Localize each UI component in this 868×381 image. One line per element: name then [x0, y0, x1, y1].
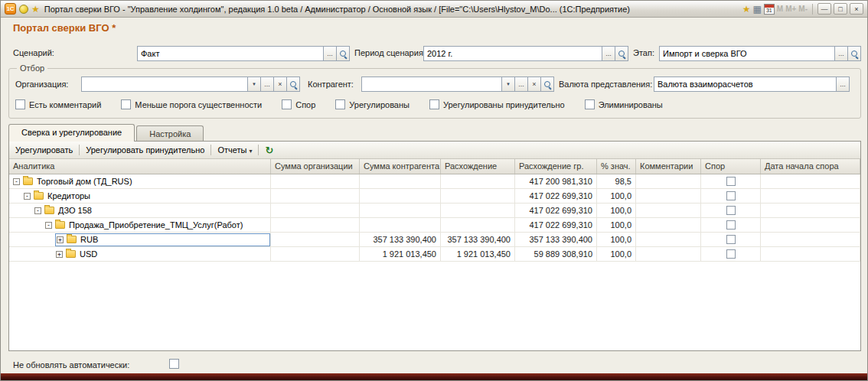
- filter-checkbox-item-2[interactable]: Спор: [282, 99, 315, 109]
- table-row[interactable]: +USD1 921 013,4501 921 013,45059 889 308…: [9, 247, 860, 262]
- cell-dispute[interactable]: [701, 204, 761, 217]
- column-header-analytics[interactable]: Аналитика: [9, 159, 271, 174]
- counterparty-input[interactable]: [361, 77, 502, 92]
- cell-pct[interactable]: 100,0: [597, 247, 636, 261]
- toolbar-reports-button[interactable]: Отчеты▾: [217, 145, 252, 155]
- tree-node[interactable]: -Продажа_Приобретение_ТМЦ_Услуг(Работ): [44, 219, 270, 232]
- cell-diff-group[interactable]: 417 022 699,310: [515, 189, 597, 203]
- minimize-button[interactable]: —: [817, 3, 831, 15]
- column-header-diff-group[interactable]: Расхождение гр.: [515, 159, 597, 174]
- counterparty-clear-button[interactable]: ×: [528, 77, 541, 92]
- column-header-sum-org[interactable]: Сумма организации: [271, 159, 360, 174]
- maximize-button[interactable]: □: [834, 3, 847, 15]
- toolbar-settle-forced-button[interactable]: Урегулировать принудительно: [86, 145, 204, 155]
- counterparty-dropdown-button[interactable]: ▼: [502, 77, 515, 92]
- cell-dispute-date[interactable]: [761, 233, 860, 246]
- table-row[interactable]: -ДЗО 158417 022 699,310100,0: [9, 204, 860, 218]
- calculator-icon[interactable]: ▦: [752, 5, 761, 14]
- memory-m-minus-button[interactable]: M-: [798, 5, 808, 13]
- dispute-checkbox[interactable]: [726, 249, 736, 259]
- cell-pct[interactable]: 100,0: [597, 218, 636, 232]
- cell-sum-org[interactable]: [271, 247, 360, 261]
- tab-settings[interactable]: Настройка: [136, 125, 204, 142]
- cell-dispute-date[interactable]: [761, 218, 860, 232]
- collapse-icon[interactable]: -: [24, 193, 31, 200]
- counterparty-ellipsis-button[interactable]: ...: [515, 77, 528, 92]
- memory-m-button[interactable]: M: [777, 5, 783, 13]
- auto-refresh-checkbox[interactable]: [169, 359, 179, 369]
- cell-sum-contr[interactable]: 357 133 390,400: [360, 233, 441, 246]
- cell-pct[interactable]: 100,0: [597, 204, 636, 217]
- scenario-search-button[interactable]: [337, 46, 350, 61]
- cell-comments[interactable]: [636, 233, 701, 246]
- cell-dispute-date[interactable]: [761, 189, 860, 203]
- column-header-sum-contr[interactable]: Сумма контрагента: [360, 159, 441, 174]
- cell-diff[interactable]: [441, 204, 515, 217]
- organization-dropdown-button[interactable]: ▼: [248, 77, 261, 92]
- cell-dispute-date[interactable]: [761, 247, 860, 261]
- filter-checkbox[interactable]: [335, 99, 345, 109]
- star-icon[interactable]: ★: [31, 5, 40, 14]
- cell-sum-org[interactable]: [271, 189, 360, 203]
- column-header-pct[interactable]: % знач.: [597, 159, 636, 174]
- refresh-button[interactable]: ↻: [265, 145, 273, 155]
- scenario-ellipsis-button[interactable]: ...: [324, 46, 337, 61]
- dispute-checkbox[interactable]: [726, 177, 736, 186]
- tree-node[interactable]: -Кредиторы: [23, 190, 270, 203]
- tree-node[interactable]: +USD: [55, 248, 270, 261]
- table-row[interactable]: -Торговый дом (ТД_RUS)417 200 981,31098,…: [9, 174, 860, 189]
- counterparty-search-button[interactable]: [541, 77, 554, 92]
- filter-checkbox-item-4[interactable]: Урегулированы принудительно: [429, 99, 565, 109]
- cell-diff[interactable]: 1 921 013,450: [441, 247, 515, 261]
- analytics-cell[interactable]: -ДЗО 158: [9, 204, 271, 217]
- analytics-cell[interactable]: -Кредиторы: [9, 189, 271, 203]
- organization-ellipsis-button[interactable]: ...: [261, 77, 274, 92]
- toolbar-settle-button[interactable]: Урегулировать: [15, 145, 73, 155]
- cell-sum-org[interactable]: [271, 174, 360, 188]
- filter-checkbox[interactable]: [121, 99, 131, 109]
- calendar-icon[interactable]: 31: [764, 4, 775, 15]
- analytics-cell[interactable]: +USD: [9, 247, 271, 261]
- filter-checkbox[interactable]: [282, 99, 292, 109]
- cell-sum-contr[interactable]: [360, 218, 441, 232]
- filter-checkbox-item-5[interactable]: Элиминированы: [585, 99, 663, 109]
- cell-sum-contr[interactable]: [360, 174, 441, 188]
- collapse-icon[interactable]: -: [45, 222, 52, 229]
- cell-diff-group[interactable]: 417 022 699,310: [515, 204, 597, 217]
- cell-diff-group[interactable]: 59 889 308,910: [515, 247, 597, 261]
- filter-checkbox[interactable]: [15, 99, 25, 109]
- cell-pct[interactable]: 100,0: [597, 233, 636, 246]
- stage-ellipsis-button[interactable]: ...: [835, 46, 848, 61]
- cell-comments[interactable]: [636, 174, 701, 188]
- favorites-icon[interactable]: ★: [742, 5, 751, 14]
- cell-dispute[interactable]: [701, 218, 761, 232]
- cell-dispute[interactable]: [701, 233, 761, 246]
- cell-sum-org[interactable]: [271, 233, 360, 246]
- period-input[interactable]: [423, 46, 602, 61]
- period-search-button[interactable]: [615, 46, 628, 61]
- filter-checkbox-item-1[interactable]: Меньше порога существенности: [121, 99, 262, 109]
- cell-sum-contr[interactable]: [360, 204, 441, 217]
- currency-ellipsis-button[interactable]: ...: [837, 77, 850, 92]
- cell-dispute[interactable]: [701, 189, 761, 203]
- cell-diff[interactable]: 357 133 390,400: [441, 233, 515, 246]
- cell-diff-group[interactable]: 417 200 981,310: [515, 174, 597, 188]
- cell-dispute-date[interactable]: [761, 204, 860, 217]
- filter-checkbox[interactable]: [429, 99, 439, 109]
- analytics-cell[interactable]: -Продажа_Приобретение_ТМЦ_Услуг(Работ): [9, 218, 271, 232]
- currency-input[interactable]: [654, 77, 837, 92]
- cell-sum-org[interactable]: [271, 204, 360, 217]
- column-header-comments[interactable]: Комментарии: [636, 159, 701, 174]
- dispute-checkbox[interactable]: [726, 235, 736, 244]
- cell-sum-contr[interactable]: [360, 189, 441, 203]
- column-header-dispute-date[interactable]: Дата начала спора: [761, 159, 860, 174]
- table-row[interactable]: -Продажа_Приобретение_ТМЦ_Услуг(Работ)41…: [9, 218, 860, 233]
- scenario-input[interactable]: [137, 46, 324, 61]
- filter-checkbox-item-0[interactable]: Есть комментарий: [15, 99, 101, 109]
- table-row[interactable]: -Кредиторы417 022 699,310100,0: [9, 189, 860, 204]
- cell-sum-org[interactable]: [271, 218, 360, 232]
- cell-comments[interactable]: [636, 189, 701, 203]
- cell-comments[interactable]: [636, 247, 701, 261]
- organization-input[interactable]: [81, 77, 248, 92]
- period-ellipsis-button[interactable]: ...: [602, 46, 615, 61]
